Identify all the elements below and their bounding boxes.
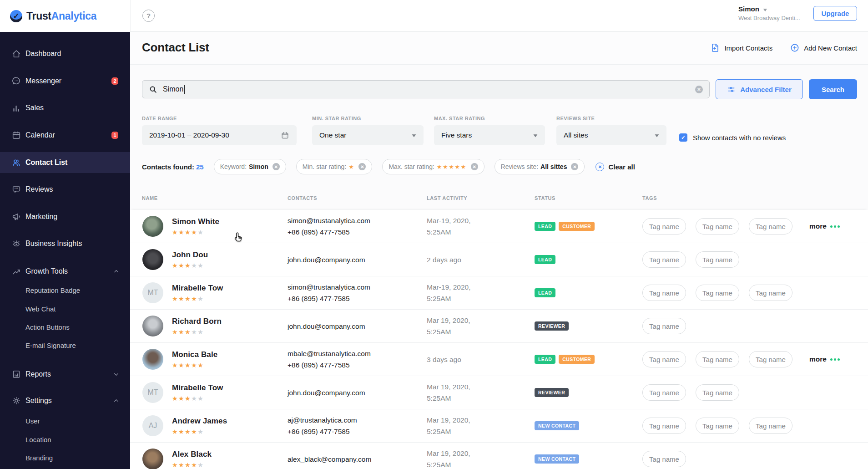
tag-pill[interactable]: Tag name (749, 418, 792, 434)
sidebar-item-contact-list[interactable]: Contact List (0, 152, 130, 173)
show-no-reviews-label: Show contacts with no reviews (693, 134, 786, 142)
contact-email: john.dou@company.com (288, 321, 365, 332)
user-organization: West Broadway Denti... (738, 15, 800, 21)
filter-chip-max-star: Max. star rating: ★★★★★ ✕ (382, 159, 484, 174)
chevron-down-icon: ▼ (532, 133, 539, 138)
star-rating: ★★★★★ (172, 395, 223, 402)
add-new-contact-button[interactable]: Add New Contact (790, 43, 857, 53)
last-activity: Mar 19, 2020,5:25AM (427, 448, 470, 469)
tag-pill[interactable]: Tag name (749, 285, 792, 301)
tag-pill[interactable]: Tag name (696, 351, 739, 367)
more-dots-icon (830, 358, 840, 361)
import-file-icon (710, 43, 720, 53)
tag-pill[interactable]: Tag name (696, 218, 739, 234)
clear-search-icon[interactable]: ✕ (695, 86, 703, 93)
contact-info: mbale@trustanalytica.com+86 (895) 477-75… (288, 348, 371, 371)
sidebar-subitem-web-chat[interactable]: Web Chat (0, 301, 130, 316)
clear-all-button[interactable]: ✕ Clear all (595, 163, 635, 171)
table-row[interactable]: Alex Black ★★★★★ alex_black@company.com … (130, 443, 868, 469)
contact-name[interactable]: Andrew James (172, 417, 227, 426)
sidebar-item-business-insights[interactable]: Business Insights (0, 234, 130, 254)
import-contacts-button[interactable]: Import Contacts (710, 43, 772, 53)
table-row[interactable]: Simon White ★★★★★ simon@trustanalytica.c… (130, 210, 868, 243)
remove-chip-icon[interactable]: ✕ (471, 163, 478, 170)
tag-pill[interactable]: Tag name (642, 285, 686, 301)
table-row[interactable]: MT Mirabelle Tow ★★★★★ john.dou@company.… (130, 376, 868, 409)
tag-pill[interactable]: Tag name (642, 218, 686, 234)
sidebar-item-marketing[interactable]: Marketing (0, 207, 130, 227)
sidebar-item-growth-tools[interactable]: Growth Tools (0, 261, 130, 281)
contacts-found-count: 25 (196, 163, 204, 171)
tag-pill[interactable]: Tag name (696, 251, 739, 268)
contact-name[interactable]: John Dou (172, 250, 208, 260)
sidebar-item-settings[interactable]: Settings (0, 391, 130, 411)
contact-name[interactable]: Mirabelle Tow (172, 284, 223, 293)
help-icon[interactable]: ? (142, 10, 155, 22)
sidebar-subitem-action-buttons[interactable]: Action Buttons (0, 320, 130, 334)
search-button[interactable]: Search (809, 79, 857, 99)
sidebar-item-calendar[interactable]: Calendar 1 (0, 125, 130, 145)
min-star-select[interactable]: One star ▼ (312, 125, 424, 145)
table-row[interactable]: Monica Bale ★★★★★ mbale@trustanalytica.c… (130, 343, 868, 376)
last-activity: 3 days ago (427, 354, 461, 365)
tag-pill[interactable]: Tag name (642, 418, 686, 434)
chevron-down-icon (113, 372, 119, 377)
table-row[interactable]: John Dou ★★★★★ john.dou@company.com 2 da… (130, 243, 868, 276)
tag-pill[interactable]: Tag name (642, 251, 686, 268)
remove-chip-icon[interactable]: ✕ (273, 163, 280, 170)
status-badge-new-contact: NEW CONTACT (535, 454, 579, 464)
table-row[interactable]: AJ Andrew James ★★★★★ aj@trustanalytica.… (130, 409, 868, 443)
status-badges: LEAD (535, 255, 555, 264)
remove-chip-icon[interactable]: ✕ (358, 163, 366, 170)
tag-pill[interactable]: Tag name (696, 418, 739, 434)
tag-pill[interactable]: Tag name (642, 451, 686, 467)
more-tags-button[interactable]: more (809, 222, 840, 230)
tag-pill[interactable]: Tag name (642, 384, 686, 401)
sidebar-item-dashboard[interactable]: Dashboard (0, 44, 130, 64)
more-dots-icon (830, 225, 840, 228)
advanced-filter-button[interactable]: Advanced Filter (716, 79, 803, 99)
reviews-site-select[interactable]: All sites ▼ (556, 125, 666, 145)
sidebar-subitem-user[interactable]: User (0, 413, 130, 428)
user-menu[interactable]: Simon▼ West Broadway Denti... (738, 5, 800, 21)
sidebar-item-reviews[interactable]: *** Reviews (0, 179, 130, 199)
table-row[interactable]: Richard Born ★★★★★ john.dou@company.com … (130, 310, 868, 343)
tag-pill[interactable]: Tag name (696, 285, 739, 301)
bar-chart-icon (11, 103, 21, 113)
status-badge-reviewer: REVIEWER (535, 321, 569, 331)
upgrade-button[interactable]: Upgrade (813, 6, 857, 21)
brand-wordmark: TrustAnalytica (26, 10, 96, 22)
sidebar-subitem-location[interactable]: Location (0, 432, 130, 447)
sidebar-subitem-reputation-badge[interactable]: Reputation Badge (0, 283, 130, 297)
filter-chip-keyword: Keyword: Simon ✕ (214, 159, 286, 174)
remove-chip-icon[interactable]: ✕ (571, 163, 578, 170)
tag-pill[interactable]: Tag name (749, 218, 792, 234)
calendar-icon (11, 130, 21, 140)
growth-chart-icon (11, 266, 21, 276)
tag-pill[interactable]: Tag name (642, 318, 686, 334)
tag-pill[interactable]: Tag name (642, 351, 686, 367)
show-no-reviews-checkbox[interactable]: ✓ (679, 133, 687, 142)
sidebar-item-messenger[interactable]: Messenger 2 (0, 71, 130, 91)
tag-pill[interactable]: Tag name (749, 351, 792, 367)
sidebar-subitem-branding[interactable]: Branding (0, 450, 130, 465)
sidebar-subitem-email-signature[interactable]: E-mail Signature (0, 338, 130, 352)
status-badge-new-contact: NEW CONTACT (535, 421, 579, 430)
tag-pill[interactable]: Tag name (696, 384, 739, 401)
contact-name[interactable]: Alex Black (172, 450, 212, 459)
sidebar-item-reports[interactable]: Reports (0, 364, 130, 384)
max-star-select[interactable]: Five stars ▼ (434, 125, 545, 145)
table-row[interactable]: MT Mirabelle Tow ★★★★★ simon@trustanalyt… (130, 276, 868, 310)
contact-name[interactable]: Monica Bale (172, 350, 217, 359)
brand-logo[interactable]: ✓ TrustAnalytica (0, 0, 130, 32)
sidebar-item-sales[interactable]: Sales (0, 98, 130, 118)
search-input[interactable]: Simon ✕ (142, 80, 710, 98)
contact-name[interactable]: Richard Born (172, 317, 222, 326)
date-range-input[interactable]: 2019-10-01 – 2020-09-30 (142, 125, 297, 145)
more-tags-button[interactable]: more (809, 355, 840, 363)
avatar-initials: MT (142, 382, 163, 403)
contact-name[interactable]: Simon White (172, 217, 219, 226)
contact-name[interactable]: Mirabelle Tow (172, 383, 223, 393)
status-badge-lead: LEAD (535, 222, 555, 231)
status-badges: NEW CONTACT (535, 421, 579, 430)
